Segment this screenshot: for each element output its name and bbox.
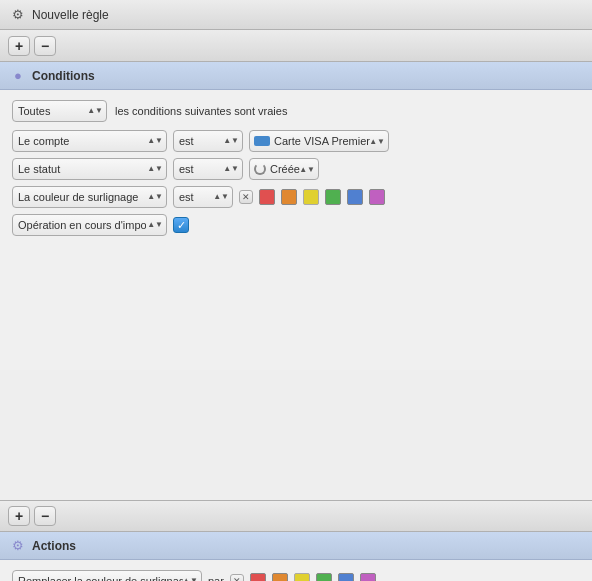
conditions-toolbar: + − (0, 30, 592, 62)
operator-compte-select[interactable]: est n'est pas (173, 130, 243, 152)
gear-icon: ⚙ (10, 7, 26, 23)
condition-row-import: Opération en cours d'import ▲▼ ✓ (12, 214, 580, 236)
color-swatch-yellow[interactable] (303, 189, 319, 205)
add-condition-button[interactable]: + (8, 36, 30, 56)
actions-section-header: ⚙ Actions (0, 532, 592, 560)
import-checkbox[interactable]: ✓ (173, 217, 189, 233)
action-field-select[interactable]: Remplacer la couleur de surlignage (12, 570, 202, 581)
action-field-wrapper[interactable]: Remplacer la couleur de surlignage ▲▼ (12, 570, 202, 581)
action-color-swatch-red[interactable] (250, 573, 266, 581)
field-color-select[interactable]: La couleur de surlignage (12, 186, 167, 208)
title-bar: ⚙ Nouvelle règle (0, 0, 592, 30)
color-swatch-blue[interactable] (347, 189, 363, 205)
field-statut-wrapper[interactable]: Le statut ▲▼ (12, 158, 167, 180)
action-color-swatch-green[interactable] (316, 573, 332, 581)
action-color-swatch-blue[interactable] (338, 573, 354, 581)
operator-compte-wrapper[interactable]: est n'est pas ▲▼ (173, 130, 243, 152)
actions-icon: ⚙ (10, 538, 26, 554)
actions-toolbar: + − (0, 500, 592, 532)
color-swatch-orange[interactable] (281, 189, 297, 205)
visa-icon (254, 136, 270, 146)
par-label: par (208, 575, 224, 581)
conditions-label: Conditions (32, 69, 95, 83)
operator-statut-select[interactable]: est n'est pas (173, 158, 243, 180)
actions-area: Remplacer la couleur de surlignage ▲▼ pa… (0, 560, 592, 581)
conditions-section-header: ● Conditions (0, 62, 592, 90)
field-import-wrapper[interactable]: Opération en cours d'import ▲▼ (12, 214, 167, 236)
action-color-swatch-orange[interactable] (272, 573, 288, 581)
operator-statut-wrapper[interactable]: est n'est pas ▲▼ (173, 158, 243, 180)
actions-label: Actions (32, 539, 76, 553)
condition-all-row: Toutes Au moins une Aucune ▲▼ les condit… (12, 100, 580, 122)
condition-row-color: La couleur de surlignage ▲▼ est ▲▼ ✕ (12, 186, 580, 208)
value-compte-arrow: ▲▼ (369, 137, 385, 146)
action-color-swatch-purple[interactable] (360, 573, 376, 581)
clear-color-button[interactable]: ✕ (239, 190, 253, 204)
condition-row-account: Le compte ▲▼ est n'est pas ▲▼ Carte VISA… (12, 130, 580, 152)
conditions-icon: ● (10, 68, 26, 84)
add-action-button[interactable]: + (8, 506, 30, 526)
value-statut-arrow: ▲▼ (299, 165, 315, 174)
field-compte-wrapper[interactable]: Le compte ▲▼ (12, 130, 167, 152)
condition-row-statut: Le statut ▲▼ est n'est pas ▲▼ Créée ▲▼ (12, 158, 580, 180)
all-conditions-select-wrapper[interactable]: Toutes Au moins une Aucune ▲▼ (12, 100, 107, 122)
clear-action-color-button[interactable]: ✕ (230, 574, 244, 581)
value-statut-wrapper[interactable]: Créée ▲▼ (249, 158, 319, 180)
color-swatch-purple[interactable] (369, 189, 385, 205)
value-compte-display[interactable]: Carte VISA Premier ▲▼ (249, 130, 389, 152)
value-statut-label: Créée (270, 163, 300, 175)
color-swatch-green[interactable] (325, 189, 341, 205)
field-color-wrapper[interactable]: La couleur de surlignage ▲▼ (12, 186, 167, 208)
conditions-empty-space (0, 370, 592, 500)
window-title: Nouvelle règle (32, 8, 109, 22)
field-import-select[interactable]: Opération en cours d'import (12, 214, 167, 236)
status-spinning-icon (254, 163, 266, 175)
action-color-swatch-yellow[interactable] (294, 573, 310, 581)
all-conditions-select[interactable]: Toutes Au moins une Aucune (12, 100, 107, 122)
field-compte-select[interactable]: Le compte (12, 130, 167, 152)
conditions-static-text: les conditions suivantes sont vraies (115, 105, 287, 117)
operator-color-wrapper[interactable]: est ▲▼ (173, 186, 233, 208)
remove-condition-button[interactable]: − (34, 36, 56, 56)
operator-color-select[interactable]: est (173, 186, 233, 208)
value-compte-wrapper[interactable]: Carte VISA Premier ▲▼ (249, 130, 389, 152)
color-swatch-red[interactable] (259, 189, 275, 205)
action-row-replace-color: Remplacer la couleur de surlignage ▲▼ pa… (12, 570, 580, 581)
value-statut-display[interactable]: Créée ▲▼ (249, 158, 319, 180)
field-statut-select[interactable]: Le statut (12, 158, 167, 180)
remove-action-button[interactable]: − (34, 506, 56, 526)
conditions-area: Toutes Au moins une Aucune ▲▼ les condit… (0, 90, 592, 370)
value-compte-label: Carte VISA Premier (274, 135, 370, 147)
